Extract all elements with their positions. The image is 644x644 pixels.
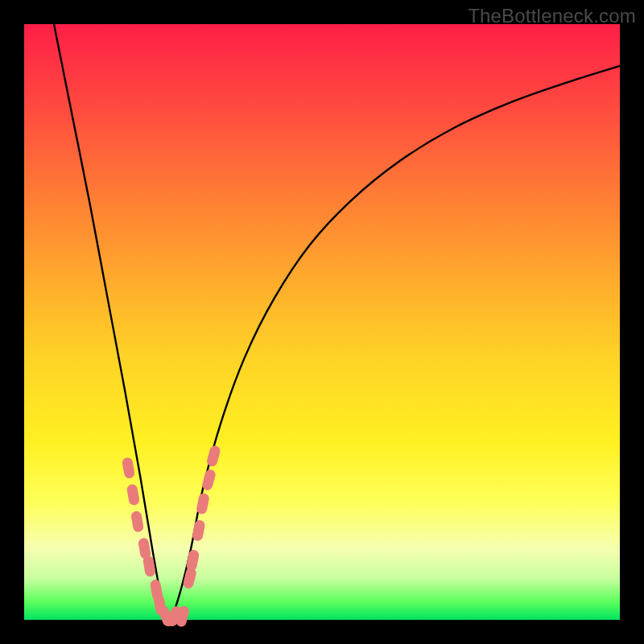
marker-capsule [122,456,135,479]
watermark-text: TheBottleneck.com [468,5,636,27]
marker-capsule [185,549,200,572]
marker-capsule [206,444,221,468]
marker-capsule [192,519,206,542]
chart-frame: TheBottleneck.com [0,0,644,644]
marker-capsule [201,469,217,492]
marker-capsule [196,493,210,515]
marker-capsule [126,484,140,506]
marker-capsule [130,510,144,533]
plot-area [24,24,620,620]
highlighted-markers [122,444,221,628]
curve-layer [24,24,620,620]
